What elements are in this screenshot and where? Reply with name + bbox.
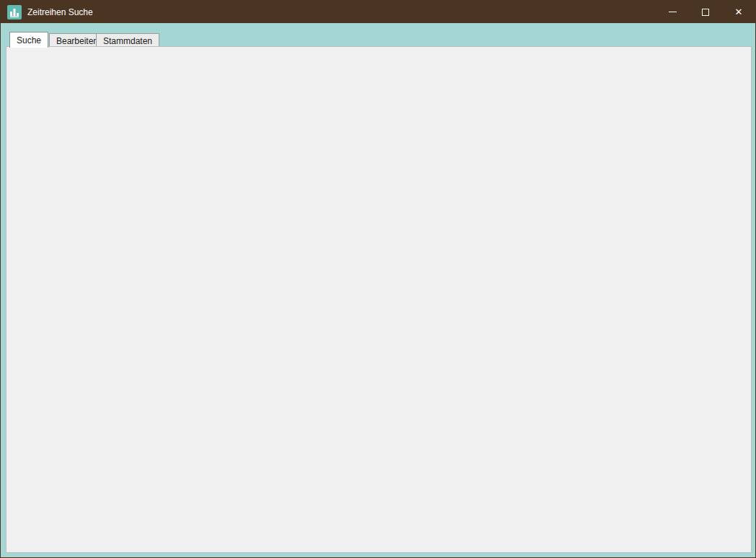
close-icon[interactable]: ✕ [722, 1, 755, 23]
main-panel [6, 46, 752, 553]
app-window: Zeitreihen Suche ✕ Suche Bearbeiten Stam… [0, 0, 756, 558]
tab-suche[interactable]: Suche [9, 32, 48, 48]
tab-stammdaten[interactable]: Stammdaten [96, 33, 159, 47]
minimize-icon[interactable] [656, 1, 689, 23]
titlebar: Zeitreihen Suche ✕ [1, 1, 755, 23]
maximize-icon[interactable] [689, 1, 722, 23]
app-bar-chart-icon [7, 5, 22, 19]
window-title: Zeitreihen Suche [27, 7, 93, 17]
